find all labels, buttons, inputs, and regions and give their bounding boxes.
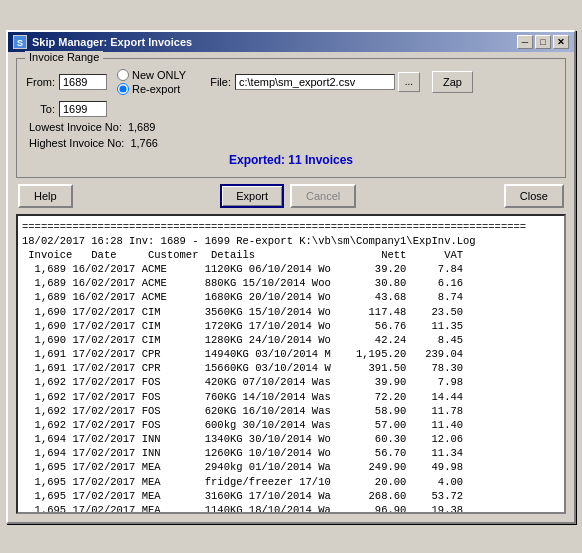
cancel-button[interactable]: Cancel: [290, 184, 356, 208]
highest-label: Highest Invoice No:: [29, 137, 124, 149]
re-export-label: Re-export: [132, 83, 180, 95]
log-output[interactable]: ========================================…: [16, 214, 566, 514]
export-button[interactable]: Export: [220, 184, 284, 208]
from-input[interactable]: [59, 74, 107, 90]
title-bar: S Skip Manager: Export Invoices ─ □ ✕: [8, 32, 574, 52]
lowest-invoice-item: Lowest Invoice No: 1,689: [29, 121, 155, 133]
new-only-option[interactable]: New ONLY: [117, 69, 186, 81]
to-label: To:: [25, 103, 55, 115]
from-row: From: New ONLY Re-export File: ...: [25, 69, 557, 95]
new-only-label: New ONLY: [132, 69, 186, 81]
info-row: Lowest Invoice No: 1,689: [25, 121, 557, 133]
to-input[interactable]: [59, 101, 107, 117]
window-icon: S: [13, 35, 27, 49]
file-input[interactable]: [235, 74, 395, 90]
info-row2: Highest Invoice No: 1,766: [25, 137, 557, 149]
invoice-range-group: Invoice Range From: New ONLY Re-export F…: [16, 58, 566, 178]
new-only-radio[interactable]: [117, 69, 129, 81]
close-button[interactable]: ✕: [553, 35, 569, 49]
re-export-option[interactable]: Re-export: [117, 83, 186, 95]
highest-invoice-item: Highest Invoice No: 1,766: [29, 137, 158, 149]
minimize-button[interactable]: ─: [517, 35, 533, 49]
lowest-value: 1,689: [128, 121, 156, 133]
center-buttons: Export Cancel: [220, 184, 356, 208]
file-row: ...: [235, 72, 420, 92]
file-label: File:: [210, 76, 231, 88]
highest-value: 1,766: [130, 137, 158, 149]
re-export-radio[interactable]: [117, 83, 129, 95]
main-window: S Skip Manager: Export Invoices ─ □ ✕ In…: [6, 30, 576, 524]
group-label: Invoice Range: [25, 51, 103, 63]
dialog-content: Invoice Range From: New ONLY Re-export F…: [8, 52, 574, 522]
browse-button[interactable]: ...: [398, 72, 420, 92]
zap-button[interactable]: Zap: [432, 71, 473, 93]
exported-status: Exported: 11 Invoices: [25, 153, 557, 167]
maximize-button[interactable]: □: [535, 35, 551, 49]
window-title: Skip Manager: Export Invoices: [32, 36, 192, 48]
help-button[interactable]: Help: [18, 184, 73, 208]
to-row: To:: [25, 101, 557, 117]
from-label: From:: [25, 76, 55, 88]
lowest-label: Lowest Invoice No:: [29, 121, 122, 133]
close-button-main[interactable]: Close: [504, 184, 564, 208]
button-row: Help Export Cancel Close: [16, 184, 566, 208]
export-type-group: New ONLY Re-export: [117, 69, 186, 95]
